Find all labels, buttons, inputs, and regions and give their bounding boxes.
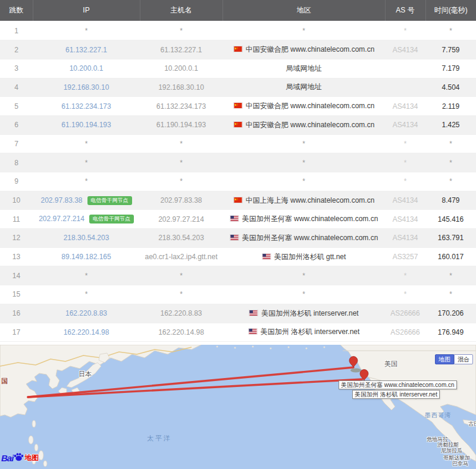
asn-number: AS4134	[393, 102, 418, 111]
us-flag-icon	[230, 215, 242, 223]
baidu-map[interactable]: 太平洋墨西哥湾日本美国国古巴危地马拉洪都拉斯尼加拉瓜哥斯达黎加巴拿马 美国加州圣…	[0, 345, 476, 469]
hop-number: 12	[12, 234, 20, 242]
sea-label: 太平洋	[147, 435, 172, 442]
ip-address-link: *	[85, 140, 88, 148]
hostname: 202.97.83.38	[160, 196, 202, 204]
latency-value: *	[449, 290, 452, 298]
asn-number: AS4134	[393, 196, 418, 204]
ip-address-link[interactable]: 61.132.227.1	[65, 46, 107, 54]
region-text: 中国安徽合肥 www.chinatelecom.com.cn	[246, 45, 375, 53]
map-geography	[0, 345, 476, 469]
region-text: *	[302, 140, 305, 148]
table-row: 661.190.194.19361.190.194.193中国安徽合肥 www.…	[0, 115, 476, 134]
traceroute-page: 跳数 IP 主机名 地区 AS 号 时间(毫秒) 1*****261.132.2…	[0, 0, 476, 469]
latency-value: 176.949	[438, 328, 464, 336]
hostname: *	[180, 140, 183, 148]
table-header-row: 跳数 IP 主机名 地区 AS 号 时间(毫秒)	[0, 0, 476, 21]
table-row: 1389.149.182.165ae0.cr1-lax2.ip4.gtt.net…	[0, 247, 476, 266]
asn-number: AS4134	[393, 215, 418, 224]
table-row: 10202.97.83.38电信骨干网节点202.97.83.38中国上海上海 …	[0, 191, 476, 210]
ip-address-link: *	[85, 290, 88, 298]
region-text: 局域网地址	[286, 83, 322, 91]
hostname: 61.190.194.193	[156, 121, 206, 129]
latency-value: 170.206	[438, 309, 464, 317]
asn-number: *	[404, 140, 407, 148]
hop-number: 9	[14, 177, 18, 185]
map-pin-marker[interactable]	[349, 357, 358, 368]
table-row: 14*****	[0, 266, 476, 285]
china-flag-icon	[233, 121, 246, 129]
backbone-node-badge: 电信骨干网节点	[87, 196, 132, 205]
region-text: 中国安徽合肥 www.chinatelecom.com.cn	[246, 121, 375, 129]
map-type-button-hybrid[interactable]: 混合	[454, 354, 473, 364]
hop-number: 15	[12, 290, 20, 298]
latency-value: 7.179	[441, 64, 459, 73]
island	[43, 461, 47, 467]
region-text: 美国加州洛杉矶 gtt.net	[274, 253, 346, 261]
island	[32, 420, 36, 427]
hostname: ae0.cr1-lax2.ip4.gtt.net	[145, 253, 217, 261]
region-text: 美国加州圣何塞 www.chinatelecom.com.cn	[242, 215, 378, 223]
hostname: *	[180, 159, 183, 167]
hostname: 192.168.30.10	[158, 83, 204, 92]
asn-number: AS4134	[393, 46, 418, 54]
sea-label: 墨西哥湾	[425, 413, 451, 418]
hostname: 162.220.8.83	[160, 309, 202, 317]
hop-number: 10	[12, 196, 20, 204]
table-row: 17162.220.14.98162.220.14.98美国加州 洛杉矶 int…	[0, 323, 476, 342]
hostname: 61.132.227.1	[160, 46, 202, 54]
ip-address-link[interactable]: 202.97.83.38	[40, 196, 82, 204]
asn-number: AS4134	[393, 234, 418, 242]
ip-address-link[interactable]: 162.220.14.98	[64, 328, 109, 336]
region-text: 中国上海上海 www.chinatelecom.com.cn	[246, 196, 375, 204]
island	[39, 451, 43, 460]
asn-number: AS26666	[390, 309, 419, 317]
ip-address-link[interactable]: 162.220.8.83	[65, 309, 107, 317]
place-label: 洪都拉斯	[437, 442, 459, 448]
asn-number: *	[404, 27, 407, 35]
header-hostname: 主机名	[140, 0, 223, 21]
hop-number: 4	[14, 83, 18, 92]
us-flag-icon	[249, 309, 261, 317]
hop-number: 14	[12, 272, 20, 280]
asn-number: AS26666	[390, 328, 419, 336]
ip-address-link[interactable]: 202.97.27.214	[39, 215, 84, 223]
country-label: 日本	[79, 371, 92, 377]
region-text: 局域网地址	[286, 64, 322, 73]
header-hop: 跳数	[0, 0, 33, 21]
region-text: *	[302, 27, 305, 35]
table-row: 261.132.227.161.132.227.1中国安徽合肥 www.chin…	[0, 40, 476, 59]
hop-number: 16	[12, 309, 20, 317]
map-type-button-map[interactable]: 地图	[435, 354, 454, 364]
latency-value: 1.425	[441, 121, 459, 129]
ip-address-link[interactable]: 192.168.30.10	[64, 83, 109, 92]
hop-number: 6	[14, 121, 18, 129]
hostname: *	[180, 290, 183, 298]
hop-number: 1	[14, 27, 18, 35]
hostname: 202.97.27.214	[158, 215, 204, 224]
table-row: 1*****	[0, 21, 476, 40]
latency-value: 4.504	[441, 83, 459, 92]
table-row: 12218.30.54.203218.30.54.203美国加州圣何塞 www.…	[0, 229, 476, 248]
header-region: 地区	[223, 0, 385, 21]
island	[29, 436, 33, 444]
ip-address-link[interactable]: 61.190.194.193	[61, 121, 111, 129]
header-ip: IP	[33, 0, 140, 21]
ip-address-link[interactable]: 61.132.234.173	[61, 102, 111, 111]
ip-address-link[interactable]: 89.149.182.165	[61, 253, 111, 261]
hostname: 61.132.234.173	[156, 102, 206, 111]
baidu-maps-logo[interactable]: Bai 地图	[1, 452, 39, 464]
hostname: 10.200.0.1	[164, 64, 198, 73]
table-row: 11202.97.27.214电信骨干网节点202.97.27.214美国加州圣…	[0, 210, 476, 229]
region-text: *	[302, 177, 305, 185]
table-row: 8*****	[0, 153, 476, 172]
hop-number: 17	[12, 328, 20, 336]
latency-value: 160.017	[438, 253, 464, 261]
china-flag-icon	[233, 102, 246, 110]
header-asn: AS 号	[385, 0, 425, 21]
hostname: *	[180, 272, 183, 280]
ip-address-link[interactable]: 10.200.0.1	[70, 64, 104, 73]
map-type-controls: 地图 混合	[435, 354, 473, 364]
ip-address-link[interactable]: 218.30.54.203	[64, 234, 109, 242]
hop-number: 5	[14, 102, 18, 111]
